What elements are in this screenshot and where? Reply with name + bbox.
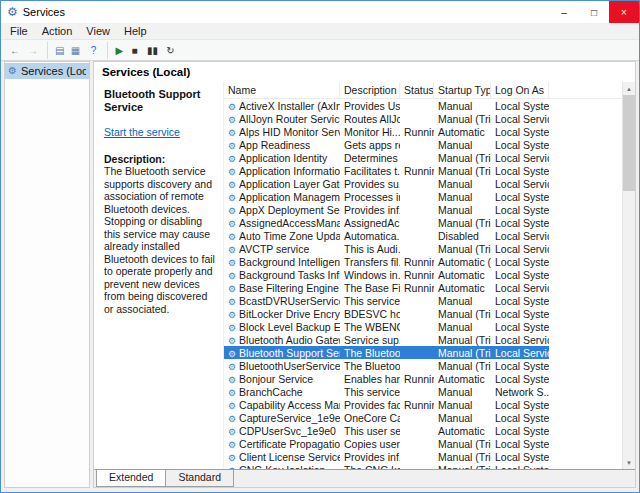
AllJoyn Router Service[interactable]: ⚙AllJoyn Router Service Routes AllJo... …: [224, 112, 549, 125]
service-status: Running: [400, 165, 434, 177]
service-logon-as: Local Service: [491, 334, 549, 346]
maximize-button[interactable]: □: [579, 1, 609, 23]
Auto Time Zone Updater[interactable]: ⚙Auto Time Zone Updater Automatica... Di…: [224, 229, 549, 242]
menu-bar: FileActionViewHelp: [1, 23, 639, 40]
CaptureService_1e9e0[interactable]: ⚙CaptureService_1e9e0 OneCore Ca... Manu…: [224, 411, 549, 424]
service-name-cell: ⚙App Readiness: [224, 139, 340, 151]
content-header-title: Services (Local): [94, 62, 635, 82]
Alps HID Monitor Service[interactable]: ⚙Alps HID Monitor Service Monitor Hi... …: [224, 125, 549, 138]
service-logon-as: Local Syste...: [491, 165, 549, 177]
Bluetooth Support Service[interactable]: ⚙Bluetooth Support Service The Bluetoot.…: [224, 346, 549, 359]
scrollbar-track[interactable]: [623, 191, 635, 456]
start-service-link[interactable]: Start the service: [104, 126, 215, 139]
service-logon-as: Local Service: [491, 243, 549, 255]
description-heading: Description:: [104, 153, 215, 166]
Capability Access Manager ...[interactable]: ⚙Capability Access Manager ... Provides …: [224, 398, 549, 411]
help-icon[interactable]: ?: [84, 42, 102, 59]
Base Filtering Engine[interactable]: ⚙Base Filtering Engine The Base Filt... …: [224, 281, 549, 294]
scroll-up-arrow-icon[interactable]: ▲: [623, 82, 635, 95]
service-name: Application Identity: [239, 152, 327, 164]
forward-icon[interactable]: →: [24, 42, 42, 59]
BitLocker Drive Encryption ...[interactable]: ⚙BitLocker Drive Encryption ... BDESVC h…: [224, 307, 549, 320]
service-logon-as: Local Syste...: [491, 464, 549, 470]
Background Tasks Infrastru...[interactable]: ⚙Background Tasks Infrastru... Windows i…: [224, 268, 549, 281]
ActiveX Installer (AxInstSV)[interactable]: ⚙ActiveX Installer (AxInstSV) Provides U…: [224, 99, 549, 112]
Background Intelligent Tran...[interactable]: ⚙Background Intelligent Tran... Transfer…: [224, 255, 549, 268]
Application Layer Gateway ...[interactable]: ⚙Application Layer Gateway ... Provides …: [224, 177, 549, 190]
CNG Key Isolation[interactable]: ⚙CNG Key Isolation The CNG ke... Manual …: [224, 463, 549, 469]
menu-action[interactable]: Action: [35, 25, 80, 37]
CDPUserSvc_1e9e0[interactable]: ⚙CDPUserSvc_1e9e0 This user ser... Autom…: [224, 424, 549, 437]
service-description: Automatica...: [340, 230, 400, 242]
menu-file[interactable]: File: [3, 25, 35, 37]
service-name-cell: ⚙Background Tasks Infrastru...: [224, 269, 340, 281]
service-startup-type: Manual: [434, 295, 491, 307]
service-description: Provides Us...: [340, 100, 400, 112]
services-window: ⚙ Services – □ × FileActionViewHelp ←→▤▦…: [0, 0, 640, 493]
service-gear-icon: ⚙: [228, 336, 236, 346]
stop-service-icon[interactable]: ■: [125, 42, 143, 59]
service-startup-type: Manual: [434, 412, 491, 424]
service-gear-icon: ⚙: [228, 102, 236, 112]
App Readiness[interactable]: ⚙App Readiness Gets apps re... Manual Lo…: [224, 138, 549, 151]
Bonjour Service[interactable]: ⚙Bonjour Service Enables har... Running …: [224, 372, 549, 385]
AppX Deployment Service (...[interactable]: ⚙AppX Deployment Service (... Provides i…: [224, 203, 549, 216]
service-description: The Base Filt...: [340, 282, 400, 294]
service-gear-icon: ⚙: [228, 362, 236, 372]
service-description: Service sup...: [340, 334, 400, 346]
menu-help[interactable]: Help: [117, 25, 154, 37]
close-button[interactable]: ×: [609, 1, 639, 23]
Certificate Propagation[interactable]: ⚙Certificate Propagation Copies user ...…: [224, 437, 549, 450]
column-header-name[interactable]: Name: [224, 82, 340, 98]
service-gear-icon: ⚙: [228, 206, 236, 216]
service-startup-type: Manual: [434, 100, 491, 112]
service-logon-as: Local Syste...: [491, 399, 549, 411]
service-startup-type: Automatic: [434, 373, 491, 385]
back-icon[interactable]: ←: [6, 42, 24, 59]
BluetoothUserService_1e9e0[interactable]: ⚙BluetoothUserService_1e9e0 The Bluetoot…: [224, 359, 549, 372]
scrollbar-thumb[interactable]: [623, 95, 635, 191]
scroll-down-arrow-icon[interactable]: ▼: [623, 456, 635, 469]
vertical-scrollbar[interactable]: ▲ ▼: [622, 82, 635, 469]
column-header-startup-type[interactable]: Startup Type: [434, 82, 491, 98]
service-name-cell: ⚙Base Filtering Engine: [224, 282, 340, 294]
restart-service-icon[interactable]: ↻: [161, 42, 179, 59]
show-console-tree-icon[interactable]: ▤: [47, 42, 66, 59]
service-startup-type: Manual (Trig...: [434, 308, 491, 320]
service-name-cell: ⚙Auto Time Zone Updater: [224, 230, 340, 242]
Application Identity[interactable]: ⚙Application Identity Determines ... Man…: [224, 151, 549, 164]
service-name: Block Level Backup Engine ...: [239, 321, 340, 333]
service-gear-icon: ⚙: [228, 310, 236, 320]
tab-extended[interactable]: Extended: [96, 470, 166, 487]
Client License Service (Clip...[interactable]: ⚙Client License Service (Clip... Provide…: [224, 450, 549, 463]
tree-item-services-local[interactable]: ⚙ Services (Local): [5, 63, 89, 79]
Application Management[interactable]: ⚙Application Management Processes in... …: [224, 190, 549, 203]
AVCTP service[interactable]: ⚙AVCTP service This is Audi... Manual (T…: [224, 242, 549, 255]
service-status: Running: [400, 399, 434, 411]
service-status: Running: [400, 282, 434, 294]
Application Information[interactable]: ⚙Application Information Facilitates t..…: [224, 164, 549, 177]
column-header-logon-as[interactable]: Log On As: [491, 82, 549, 98]
minimize-button[interactable]: –: [549, 1, 579, 23]
service-name-cell: ⚙CDPUserSvc_1e9e0: [224, 425, 340, 437]
pause-service-icon[interactable]: ▮▮: [143, 42, 161, 59]
service-name-cell: ⚙Application Layer Gateway ...: [224, 178, 340, 190]
service-gear-icon: ⚙: [228, 180, 236, 190]
service-name-cell: ⚙Bonjour Service: [224, 373, 340, 385]
service-logon-as: Local Syste...: [491, 126, 549, 138]
tab-standard[interactable]: Standard: [165, 470, 234, 487]
service-logon-as: Local Syste...: [491, 217, 549, 229]
AssignedAccessManager Se...[interactable]: ⚙AssignedAccessManager Se... AssignedAc.…: [224, 216, 549, 229]
Block Level Backup Engine ...[interactable]: ⚙Block Level Backup Engine ... The WBENG…: [224, 320, 549, 333]
service-startup-type: Manual (Trig...: [434, 217, 491, 229]
service-name: Client License Service (Clip...: [239, 451, 340, 463]
menu-view[interactable]: View: [79, 25, 117, 37]
export-list-icon[interactable]: ▦: [66, 42, 84, 59]
BcastDVRUserService_1e9e0[interactable]: ⚙BcastDVRUserService_1e9e0 This service …: [224, 294, 549, 307]
start-service-icon[interactable]: ▶: [107, 42, 125, 59]
column-header-description[interactable]: Description: [340, 82, 400, 98]
service-logon-as: Local Service: [491, 282, 549, 294]
BranchCache[interactable]: ⚙BranchCache This service ... Manual Net…: [224, 385, 549, 398]
Bluetooth Audio Gateway S...[interactable]: ⚙Bluetooth Audio Gateway S... Service su…: [224, 333, 549, 346]
column-header-status[interactable]: Status: [400, 82, 434, 98]
